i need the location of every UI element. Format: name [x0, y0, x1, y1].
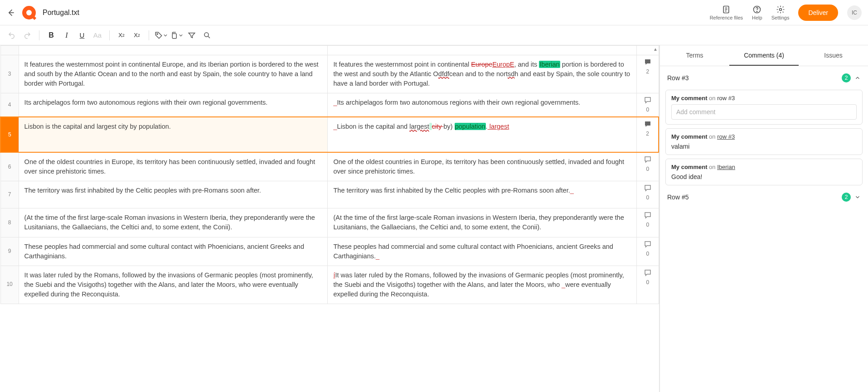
comment-indicator[interactable]: 2: [637, 55, 659, 93]
comment-card[interactable]: My comment on row #3 valami: [665, 128, 863, 155]
target-cell[interactable]: These peoples had commercial and some cu…: [328, 237, 637, 266]
segment-row-active[interactable]: 5 Lisbon is the capital and largest city…: [0, 117, 659, 152]
comment-indicator[interactable]: 2: [637, 117, 659, 152]
target-cell[interactable]: _Lisbon is the capital and largest city …: [328, 117, 637, 152]
comment-count: 2: [646, 68, 650, 76]
comment-count: 0: [646, 221, 650, 229]
comment-outline-icon: [644, 269, 652, 277]
back-button[interactable]: [6, 8, 15, 17]
source-cell: Lisbon is the capital and largest city b…: [19, 117, 328, 152]
segment-row[interactable]: 7 The territory was first inhabited by t…: [0, 181, 659, 208]
comment-indicator[interactable]: 0: [637, 237, 659, 266]
comment-count: 0: [646, 250, 650, 258]
segment-row[interactable]: 4 Its archipelagos form two autonomous r…: [0, 93, 659, 117]
comment-count-badge: 2: [842, 193, 851, 202]
new-comment-card: My comment on row #3: [665, 90, 863, 125]
svg-point-4: [757, 11, 757, 11]
target-cell[interactable]: It features the westernmost point in con…: [328, 55, 637, 93]
comment-group-header[interactable]: Row #3 2: [665, 70, 863, 86]
segment-editor: ▲ 3 It features the westernmost point in…: [0, 45, 659, 392]
deliver-button[interactable]: Deliver: [798, 5, 838, 21]
file-title: Portugal.txt: [43, 9, 79, 17]
svg-point-5: [779, 8, 781, 10]
scroll-up-arrow[interactable]: ▲: [652, 45, 659, 53]
bold-button[interactable]: B: [45, 29, 58, 42]
subscript-button[interactable]: X2: [131, 29, 143, 42]
segment-row[interactable]: 8 (At the time of the first large-scale …: [0, 208, 659, 237]
comment-count: 0: [646, 106, 650, 114]
source-cell: One of the oldest countries in Europe, i…: [19, 152, 328, 181]
comment-indicator[interactable]: 0: [637, 152, 659, 181]
source-cell: It was later ruled by the Romans, follow…: [19, 266, 328, 304]
comment-outline-icon: [644, 240, 652, 248]
row-number: 6: [0, 152, 19, 181]
segment-row[interactable]: 10 It was later ruled by the Romans, fol…: [0, 266, 659, 304]
help-label: Help: [752, 15, 762, 20]
target-cell[interactable]: The territory was first inhabited by the…: [328, 181, 637, 208]
app-logo: [22, 5, 36, 20]
right-sidebar: Terms Comments (4) Issues Row #3 2 My co…: [659, 45, 868, 392]
comment-group-title: Row #3: [667, 74, 689, 82]
comment-outline-icon: [644, 96, 652, 104]
comment-ref-link[interactable]: Iberian: [717, 164, 735, 170]
svg-rect-7: [172, 34, 176, 39]
comment-indicator[interactable]: 0: [637, 266, 659, 304]
comment-outline-icon: [644, 211, 652, 219]
search-button[interactable]: [201, 29, 213, 42]
segment-row[interactable]: 3 It features the westernmost point in c…: [0, 55, 659, 93]
comment-count: 2: [646, 130, 649, 138]
comment-count: 0: [646, 279, 650, 286]
settings-label: Settings: [771, 15, 790, 20]
row-number: 4: [0, 93, 19, 117]
target-cell[interactable]: One of the oldest countries in Europe, i…: [328, 152, 637, 181]
target-cell[interactable]: (At the time of the first large-scale Ro…: [328, 208, 637, 237]
target-cell[interactable]: íIt was later ruled by the Romans, follo…: [328, 266, 637, 304]
copy-button[interactable]: [170, 29, 183, 42]
svg-point-6: [157, 33, 158, 34]
row-number: 9: [0, 237, 19, 266]
comment-outline-icon: [644, 184, 652, 192]
row-number: 10: [0, 266, 19, 304]
row-number: 8: [0, 208, 19, 237]
comment-input[interactable]: [671, 104, 857, 120]
tab-terms[interactable]: Terms: [660, 45, 729, 66]
tag-button[interactable]: [155, 29, 167, 42]
chevron-down-icon: [854, 194, 861, 200]
source-cell: (At the time of the first large-scale Ro…: [19, 208, 328, 237]
undo-button[interactable]: [5, 29, 18, 42]
source-cell: These peoples had commercial and some cu…: [19, 237, 328, 266]
filter-button[interactable]: [185, 29, 198, 42]
comment-count: 0: [646, 165, 650, 173]
segment-row[interactable]: 6 One of the oldest countries in Europe,…: [0, 152, 659, 181]
segment-row[interactable]: 9 These peoples had commercial and some …: [0, 237, 659, 266]
redo-button[interactable]: [21, 29, 34, 42]
settings-button[interactable]: Settings: [771, 5, 790, 20]
comment-group-header[interactable]: Row #5 2: [665, 189, 863, 205]
user-avatar[interactable]: IC: [847, 5, 862, 20]
comment-group-title: Row #5: [667, 194, 689, 201]
row-number: 3: [0, 55, 19, 93]
app-header: Portugal.txt Reference files Help Settin…: [0, 0, 868, 25]
italic-button[interactable]: I: [60, 29, 73, 42]
tab-comments[interactable]: Comments (4): [729, 45, 799, 66]
comment-indicator[interactable]: 0: [637, 93, 659, 117]
help-button[interactable]: Help: [752, 5, 762, 20]
superscript-button[interactable]: X2: [115, 29, 128, 42]
comment-ref-link[interactable]: row #3: [717, 133, 735, 140]
comment-count: 0: [646, 194, 650, 202]
source-cell: The territory was first inhabited by the…: [19, 181, 328, 208]
reference-files-button[interactable]: Reference files: [710, 5, 743, 20]
text-style-button[interactable]: Aa: [91, 29, 104, 42]
comment-indicator[interactable]: 0: [637, 208, 659, 237]
comment-count-badge: 2: [842, 73, 851, 82]
target-cell[interactable]: _Its archipelagos form two autonomous re…: [328, 93, 637, 117]
highlighted-term[interactable]: population: [455, 123, 486, 130]
source-cell: Its archipelagos form two autonomous reg…: [19, 93, 328, 117]
comment-body: valami: [671, 143, 857, 150]
comment-card[interactable]: My comment on Iberian Good idea!: [665, 159, 863, 185]
highlighted-term[interactable]: Iberian: [539, 61, 560, 68]
tab-issues[interactable]: Issues: [799, 45, 868, 66]
source-cell: It features the westernmost point in con…: [19, 55, 328, 93]
underline-button[interactable]: U: [76, 29, 88, 42]
comment-indicator[interactable]: 0: [637, 181, 659, 208]
